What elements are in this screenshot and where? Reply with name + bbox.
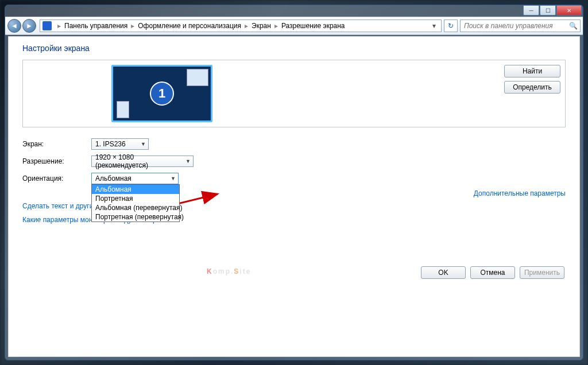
screen-label: Экран: xyxy=(22,140,91,148)
cancel-button[interactable]: Отмена xyxy=(470,266,515,279)
search-box[interactable]: 🔍 xyxy=(460,20,581,32)
content-area: Настройки экрана 1 Найти Определить xyxy=(8,36,580,357)
orientation-option[interactable]: Альбомная xyxy=(92,185,179,194)
chevron-right-icon[interactable]: ▸ xyxy=(242,22,250,30)
toolbar: ◄ ► ▸ Панель управления ▸ Оформление и п… xyxy=(5,17,583,35)
titlebar: ─ ☐ ✕ xyxy=(5,5,583,17)
ok-button[interactable]: OK xyxy=(421,266,466,279)
text-size-link[interactable]: Сделать текст и другие xyxy=(22,202,97,210)
control-panel-window: ─ ☐ ✕ ◄ ► ▸ Панель управления ▸ Оформлен… xyxy=(5,5,583,360)
orientation-value: Альбомная xyxy=(95,174,131,182)
breadcrumb-item[interactable]: Разрешение экрана xyxy=(280,22,346,30)
resolution-value: 1920 × 1080 (рекомендуется) xyxy=(95,153,185,169)
breadcrumb-item[interactable]: Оформление и персонализация xyxy=(137,22,242,30)
search-input[interactable] xyxy=(463,21,569,30)
orientation-option[interactable]: Альбомная (перевернутая) xyxy=(92,203,179,212)
orientation-select[interactable]: Альбомная ▼ Альбомная Портретная Альбомн… xyxy=(91,173,179,184)
screen-value: 1. IPS236 xyxy=(95,140,126,148)
advanced-settings-link[interactable]: Дополнительные параметры xyxy=(474,189,566,197)
monitor-preview[interactable]: 1 xyxy=(111,65,212,122)
screen-select[interactable]: 1. IPS236 ▼ xyxy=(91,138,149,150)
orientation-dropdown: Альбомная Портретная Альбомная (переверн… xyxy=(91,184,180,222)
forward-button[interactable]: ► xyxy=(22,19,36,33)
orientation-option[interactable]: Портретная (перевернутая) xyxy=(92,212,179,222)
refresh-button[interactable]: ↻ xyxy=(444,20,458,32)
preview-taskbar-icon xyxy=(117,101,129,118)
preview-window-icon xyxy=(187,69,208,86)
find-button[interactable]: Найти xyxy=(504,65,560,77)
watermark: Komp.Site xyxy=(207,241,251,282)
chevron-down-icon: ▼ xyxy=(185,158,191,164)
page-title: Настройки экрана xyxy=(22,44,566,53)
maximize-button[interactable]: ☐ xyxy=(540,5,556,15)
monitor-number: 1 xyxy=(150,81,174,106)
close-button[interactable]: ✕ xyxy=(556,5,582,15)
dialog-buttons: OK Отмена Применить xyxy=(421,266,564,279)
breadcrumb-item[interactable]: Экран xyxy=(250,22,272,30)
orientation-label: Ориентация: xyxy=(22,174,91,182)
chevron-right-icon[interactable]: ▸ xyxy=(129,22,137,30)
settings-form: Экран: 1. IPS236 ▼ Разрешение: 1920 × 10… xyxy=(22,135,566,187)
resolution-select[interactable]: 1920 × 1080 (рекомендуется) ▼ xyxy=(91,156,194,167)
control-panel-icon xyxy=(42,21,52,30)
back-button[interactable]: ◄ xyxy=(7,19,21,33)
search-icon[interactable]: 🔍 xyxy=(569,22,578,30)
resolution-label: Разрешение: xyxy=(22,157,91,165)
detect-button[interactable]: Определить xyxy=(504,81,560,94)
chevron-down-icon: ▼ xyxy=(141,141,146,147)
chevron-right-icon[interactable]: ▸ xyxy=(55,22,63,30)
minimize-button[interactable]: ─ xyxy=(523,5,539,15)
chevron-right-icon[interactable]: ▸ xyxy=(272,22,280,30)
orientation-option[interactable]: Портретная xyxy=(92,194,179,203)
address-bar[interactable]: ▸ Панель управления ▸ Оформление и персо… xyxy=(40,20,442,32)
address-dropdown-icon[interactable]: ▾ xyxy=(430,22,439,30)
chevron-down-icon: ▼ xyxy=(171,176,176,181)
breadcrumb-item[interactable]: Панель управления xyxy=(63,22,129,30)
apply-button[interactable]: Применить xyxy=(520,266,564,279)
display-preview-panel: 1 Найти Определить xyxy=(22,60,566,127)
